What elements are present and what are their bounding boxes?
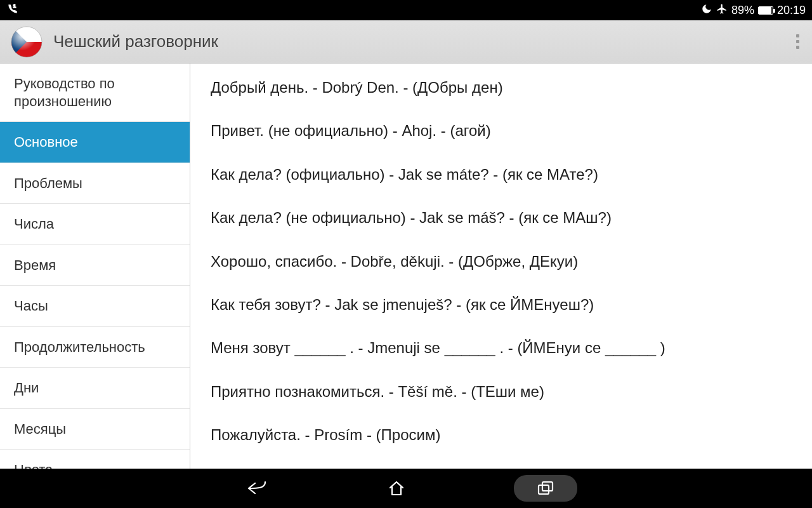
phrase-item: Меня зовут ______ . - Jmenuji se ______ … <box>211 338 792 358</box>
sidebar-item-label: Месяцы <box>14 421 66 437</box>
svg-text:1: 1 <box>13 3 16 8</box>
phrase-item: Как тебя зовут? - Jak se jmenuješ? - (як… <box>211 295 792 315</box>
phone-missed-icon: 1 <box>6 3 19 18</box>
sidebar-item-numbers[interactable]: Числа <box>0 204 190 245</box>
category-sidebar: Руководство по произношению Основное Про… <box>0 64 190 469</box>
sidebar-item-days[interactable]: Дни <box>0 368 190 409</box>
back-button[interactable] <box>235 475 279 502</box>
sidebar-item-time[interactable]: Время <box>0 245 190 286</box>
battery-percent: 89% <box>731 4 754 17</box>
phrase-item: Приятно познакомиться. - Těší mě. - (ТЕш… <box>211 382 792 402</box>
phrase-item: Как дела? (официально) - Jak se máte? - … <box>211 164 792 185</box>
status-bar: 1 89% 20:19 <box>0 0 812 20</box>
sidebar-item-label: Дни <box>14 380 39 396</box>
svg-rect-6 <box>539 485 549 494</box>
phrase-item: Как дела? (не официально) - Jak se máš? … <box>211 208 792 228</box>
sidebar-item-label: Часы <box>14 298 48 314</box>
sidebar-item-label: Проблемы <box>14 175 82 191</box>
sidebar-item-label: Числа <box>14 216 54 232</box>
moon-icon <box>701 3 712 18</box>
phrase-list: Добрый день. - Dobrý Den. - (ДОбры ден) … <box>190 64 812 469</box>
airplane-icon <box>716 3 728 18</box>
sidebar-item-pronunciation[interactable]: Руководство по произношению <box>0 64 190 122</box>
sidebar-item-problems[interactable]: Проблемы <box>0 163 190 204</box>
battery-icon <box>758 6 773 15</box>
recent-apps-button[interactable] <box>514 475 577 502</box>
sidebar-item-duration[interactable]: Продолжительность <box>0 327 190 368</box>
clock-time: 20:19 <box>777 4 806 17</box>
sidebar-item-label: Продолжительность <box>14 339 145 355</box>
sidebar-item-colors[interactable]: Цвета <box>0 450 190 469</box>
app-bar: Чешский разговорник <box>0 20 812 64</box>
sidebar-item-label: Цвета <box>14 462 53 469</box>
app-title: Чешский разговорник <box>53 32 783 51</box>
sidebar-item-months[interactable]: Месяцы <box>0 409 190 450</box>
sidebar-item-basics[interactable]: Основное <box>0 122 190 163</box>
home-button[interactable] <box>374 475 419 502</box>
sidebar-item-label: Руководство по произношению <box>14 76 115 109</box>
phrase-item: Добрый день. - Dobrý Den. - (ДОбры ден) <box>211 77 792 98</box>
sidebar-item-clock[interactable]: Часы <box>0 286 190 327</box>
phrase-item: Пожалуйста. - Prosím - (Просим) <box>211 425 792 445</box>
phrase-item: Хорошо, спасибо. - Dobře, děkuji. - (ДОб… <box>211 251 792 272</box>
android-nav-bar <box>0 469 812 508</box>
sidebar-item-label: Время <box>14 257 56 273</box>
sidebar-item-label: Основное <box>14 134 78 150</box>
czech-flag-icon <box>10 25 43 58</box>
phrase-item: Привет. (не официально) - Ahoj. - (агой) <box>211 121 792 141</box>
svg-rect-7 <box>542 482 553 491</box>
overflow-menu-button[interactable] <box>794 32 802 51</box>
